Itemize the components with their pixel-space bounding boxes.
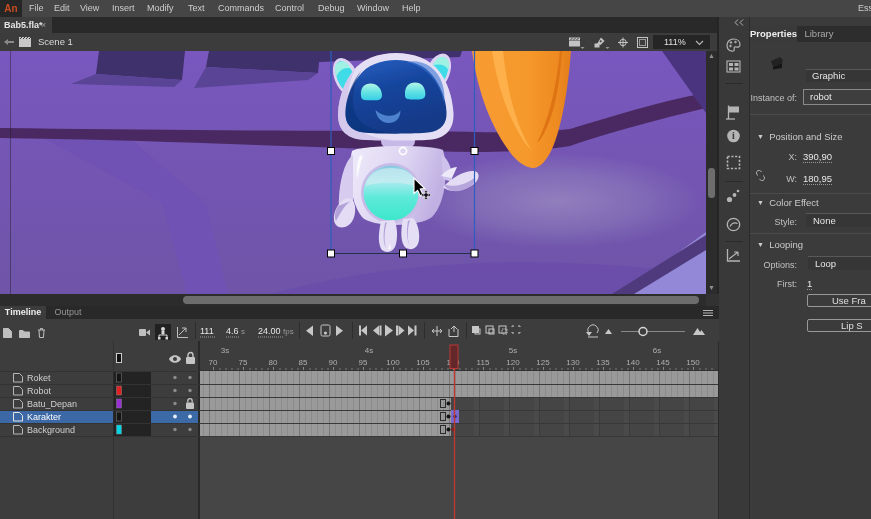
svg-text:135: 135: [596, 358, 610, 367]
svg-text:111: 111: [200, 326, 214, 336]
svg-text:120: 120: [506, 358, 520, 367]
svg-text:140: 140: [626, 358, 640, 367]
svg-text:145: 145: [656, 358, 670, 367]
svg-text:80: 80: [269, 358, 278, 367]
svg-text:4.6 s: 4.6 s: [226, 326, 245, 336]
svg-text:Karakter: Karakter: [27, 412, 61, 422]
svg-text:3s: 3s: [221, 346, 229, 355]
svg-text:Roket: Roket: [27, 373, 51, 383]
svg-text:90: 90: [329, 358, 338, 367]
svg-text:4s: 4s: [365, 346, 373, 355]
svg-text:95: 95: [359, 358, 368, 367]
svg-text:105: 105: [416, 358, 430, 367]
svg-text:6s: 6s: [653, 346, 661, 355]
svg-text:Batu_Depan: Batu_Depan: [27, 399, 77, 409]
svg-text:150: 150: [686, 358, 700, 367]
svg-text:125: 125: [536, 358, 550, 367]
svg-text:24.00 fps: 24.00 fps: [258, 326, 294, 336]
svg-text:Robot: Robot: [27, 386, 52, 396]
svg-text:130: 130: [566, 358, 580, 367]
svg-text:i: i: [732, 130, 735, 141]
svg-text:100: 100: [386, 358, 400, 367]
svg-text:70: 70: [209, 358, 218, 367]
svg-text:115: 115: [477, 358, 490, 367]
svg-text:5s: 5s: [509, 346, 517, 355]
svg-text:Background: Background: [27, 425, 75, 435]
svg-text:75: 75: [239, 358, 248, 367]
svg-text:85: 85: [299, 358, 308, 367]
